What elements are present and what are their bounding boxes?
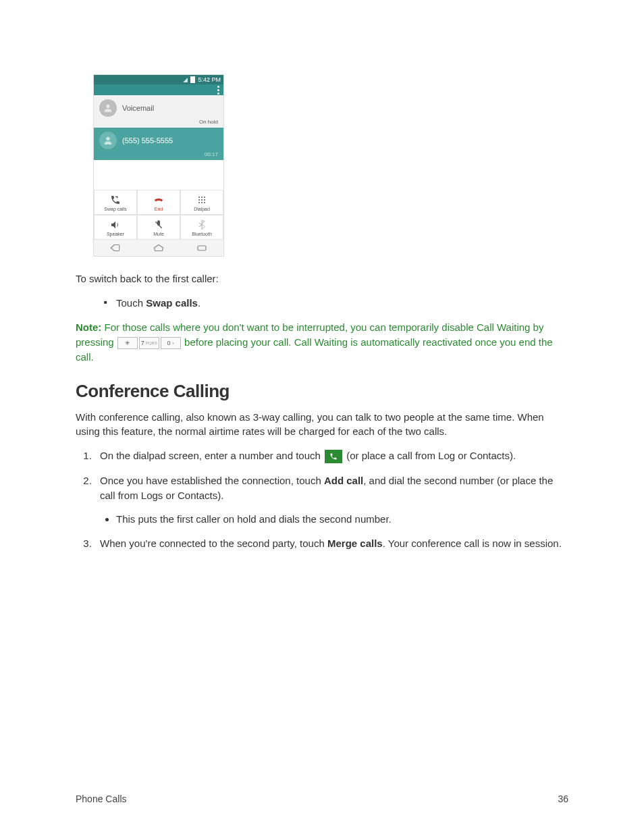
status-time: 5:42 PM bbox=[198, 76, 221, 83]
mute-button[interactable]: Mute bbox=[137, 215, 180, 240]
svg-point-5 bbox=[198, 199, 200, 201]
end-call-button[interactable]: End bbox=[137, 190, 180, 215]
conference-calling-heading: Conference Calling bbox=[76, 381, 568, 402]
call-row-2: (555) 555-5555 00:17 bbox=[94, 128, 223, 160]
battery-icon bbox=[190, 76, 195, 83]
keycap-7: 7PQRS bbox=[139, 337, 159, 349]
svg-point-0 bbox=[106, 105, 109, 108]
back-icon[interactable] bbox=[109, 244, 122, 252]
conference-intro: With conference calling, also known as 3… bbox=[76, 410, 568, 440]
footer-section: Phone Calls bbox=[76, 793, 127, 804]
avatar-icon bbox=[99, 99, 117, 117]
svg-rect-11 bbox=[198, 246, 206, 251]
swap-calls-bullet: Touch Swap calls. bbox=[104, 296, 568, 311]
call-2-name: (555) 555-5555 bbox=[122, 136, 173, 145]
speaker-button[interactable]: Speaker bbox=[94, 215, 137, 240]
svg-point-2 bbox=[198, 197, 200, 198]
svg-point-1 bbox=[106, 137, 109, 140]
svg-point-9 bbox=[201, 202, 203, 203]
swap-calls-icon bbox=[110, 194, 121, 205]
bluetooth-button[interactable]: Bluetooth bbox=[180, 215, 223, 240]
call-1-status: On hold bbox=[199, 119, 218, 125]
note-paragraph: Note: For those calls where you don't wa… bbox=[76, 320, 568, 364]
svg-point-4 bbox=[204, 197, 205, 198]
status-bar: 5:42 PM bbox=[94, 75, 223, 84]
swap-calls-button[interactable]: Swap calls bbox=[94, 190, 137, 215]
app-bar bbox=[94, 84, 223, 95]
mute-icon bbox=[153, 219, 164, 230]
signal-icon bbox=[183, 78, 188, 82]
keycap-0: 0+ bbox=[161, 337, 181, 349]
bluetooth-icon bbox=[196, 219, 207, 230]
dialpad-icon bbox=[196, 194, 207, 205]
dialpad-button[interactable]: Dialpad bbox=[180, 190, 223, 215]
note-label: Note: bbox=[76, 321, 101, 333]
call-2-time: 00:17 bbox=[205, 151, 218, 157]
keycap-star: ✳ bbox=[117, 337, 138, 349]
intro-text: To switch back to the first caller: bbox=[76, 271, 568, 286]
svg-point-7 bbox=[204, 199, 205, 201]
home-icon[interactable] bbox=[153, 244, 165, 252]
overflow-icon[interactable] bbox=[217, 86, 219, 95]
avatar-icon bbox=[99, 132, 117, 149]
end-call-icon bbox=[153, 194, 164, 205]
footer-page: 36 bbox=[558, 793, 568, 804]
step-2-sub: This puts the first caller on hold and d… bbox=[116, 512, 568, 527]
svg-point-10 bbox=[204, 202, 205, 203]
step-2: Once you have established the connection… bbox=[95, 473, 568, 527]
phone-screenshot: 5:42 PM Voicemail On hold (555) 555-5555… bbox=[93, 74, 224, 257]
svg-point-3 bbox=[201, 197, 203, 198]
nav-bar bbox=[94, 240, 223, 256]
recent-icon[interactable] bbox=[196, 244, 208, 252]
call-1-name: Voicemail bbox=[122, 104, 154, 112]
step-3: When you're connected to the second part… bbox=[95, 536, 568, 552]
speaker-icon bbox=[110, 219, 121, 230]
svg-point-6 bbox=[201, 199, 203, 201]
svg-point-8 bbox=[198, 202, 200, 203]
page-footer: Phone Calls 36 bbox=[76, 793, 568, 804]
step-1: On the dialpad screen, enter a number an… bbox=[95, 448, 568, 464]
call-icon bbox=[325, 450, 342, 463]
steps-list: On the dialpad screen, enter a number an… bbox=[76, 448, 568, 552]
call-row-1: Voicemail On hold bbox=[94, 95, 223, 128]
